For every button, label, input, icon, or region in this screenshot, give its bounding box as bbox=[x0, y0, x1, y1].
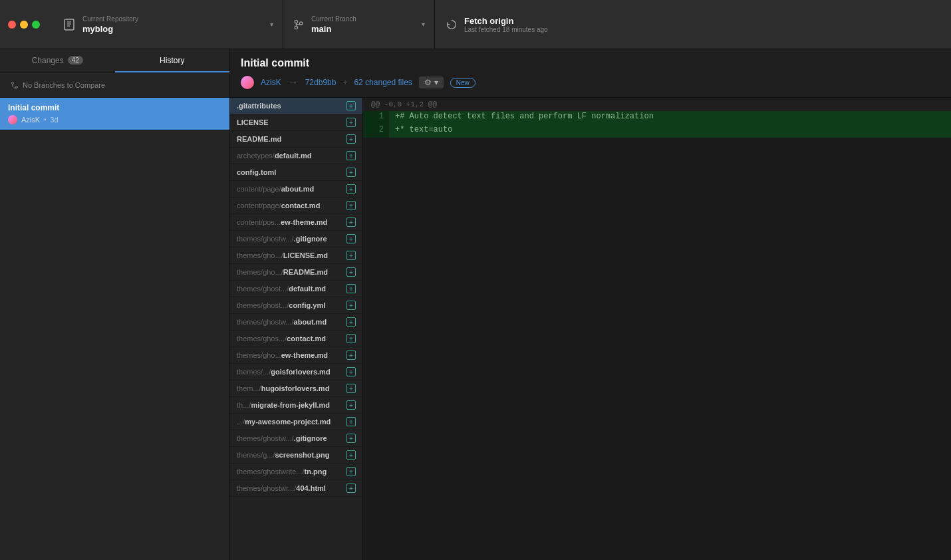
file-list-item[interactable]: themes/ghostw.../.gitignore+ bbox=[230, 430, 362, 447]
file-name: them.../hugoisforlovers.md bbox=[237, 384, 344, 392]
tab-changes-label: Changes bbox=[32, 56, 64, 65]
file-name: LICENSE bbox=[237, 118, 344, 126]
file-added-icon: + bbox=[346, 434, 356, 443]
settings-button[interactable]: ⚙ ▾ bbox=[419, 76, 444, 88]
file-name: content/page/about.md bbox=[237, 185, 344, 193]
fetch-icon bbox=[446, 19, 458, 31]
fetch-origin-section[interactable]: Fetch origin Last fetched 18 minutes ago bbox=[435, 0, 559, 49]
file-added-icon: + bbox=[346, 151, 356, 160]
branch-name: main bbox=[311, 24, 415, 34]
branch-compare-label: No Branches to Compare bbox=[23, 81, 105, 89]
commit-header-title: Initial commit bbox=[241, 57, 940, 69]
tab-bar: Changes 42 History bbox=[0, 49, 229, 73]
file-list-item[interactable]: them.../hugoisforlovers.md+ bbox=[230, 380, 362, 397]
diff-line-content: +# Auto detect text files and perform LF… bbox=[390, 111, 951, 124]
file-added-icon: + bbox=[346, 234, 356, 243]
fetch-info: Fetch origin Last fetched 18 minutes ago bbox=[464, 16, 548, 33]
file-list-item[interactable]: themes/ghostw.../.gitignore+ bbox=[230, 231, 362, 247]
file-name: content/page/contact.md bbox=[237, 202, 344, 210]
changed-files-count: 62 changed files bbox=[354, 78, 412, 87]
file-added-icon: + bbox=[346, 400, 356, 410]
file-name: themes/gho.../LICENSE.md bbox=[237, 251, 344, 259]
file-list-item[interactable]: LICENSE+ bbox=[230, 114, 362, 131]
current-repository-section[interactable]: Current Repository myblog ▾ bbox=[53, 0, 283, 49]
traffic-lights bbox=[0, 21, 48, 29]
file-added-icon: + bbox=[346, 168, 356, 177]
svg-point-5 bbox=[295, 26, 298, 29]
settings-dropdown-arrow: ▾ bbox=[434, 78, 438, 87]
file-list-item[interactable]: themes/ghos.../contact.md+ bbox=[230, 331, 362, 347]
file-name: .gitattributes bbox=[237, 102, 344, 110]
file-list-item[interactable]: content/pos...ew-theme.md+ bbox=[230, 214, 362, 231]
commit-title: Initial commit bbox=[8, 103, 221, 112]
file-added-icon: + bbox=[346, 201, 356, 210]
diff-line-number: 1 bbox=[363, 111, 390, 124]
close-button[interactable] bbox=[8, 21, 16, 29]
tab-history[interactable]: History bbox=[115, 49, 230, 72]
branch-compare-button[interactable]: No Branches to Compare bbox=[5, 78, 224, 92]
plus-icon: + bbox=[342, 78, 347, 87]
file-list-item[interactable]: themes/ghost.../config.yml+ bbox=[230, 297, 362, 314]
tab-changes[interactable]: Changes 42 bbox=[0, 49, 115, 72]
diff-content: @@ -0,0 +1,2 @@ 1+# Auto detect text fil… bbox=[363, 98, 951, 560]
file-list-item[interactable]: themes/ghostwrite.../tn.png+ bbox=[230, 464, 362, 480]
branch-compare-section: No Branches to Compare bbox=[0, 73, 229, 98]
diff-line: 2+* text=auto bbox=[363, 124, 951, 138]
file-name: archetypes/default.md bbox=[237, 152, 344, 160]
file-list-item[interactable]: content/page/about.md+ bbox=[230, 181, 362, 198]
branch-label: Current Branch bbox=[311, 15, 415, 23]
file-list-item[interactable]: .gitattributes+ bbox=[230, 98, 362, 114]
branch-compare-icon bbox=[11, 81, 19, 89]
file-list-item[interactable]: .../my-awesome-project.md+ bbox=[230, 414, 362, 430]
gear-icon: ⚙ bbox=[424, 78, 432, 87]
branch-dropdown-arrow: ▾ bbox=[422, 21, 425, 28]
file-list-item[interactable]: th.../migrate-from-jekyll.md+ bbox=[230, 397, 362, 414]
file-name: themes/gho.../README.md bbox=[237, 268, 344, 276]
file-name: themes/.../goisforlovers.md bbox=[237, 368, 344, 376]
diff-hunk-header: @@ -0,0 +1,2 @@ bbox=[363, 98, 951, 111]
main-content: Changes 42 History No Branches to Compar… bbox=[0, 49, 951, 560]
commit-list: Initial commit AzisK • 3d bbox=[0, 98, 229, 560]
file-list-item[interactable]: themes/ghostw.../about.md+ bbox=[230, 314, 362, 331]
file-list-item[interactable]: themes/g.../screenshot.png+ bbox=[230, 447, 362, 464]
right-panel: Initial commit AzisK → 72db9bb + 62 chan… bbox=[230, 49, 951, 560]
hunk-header-text: @@ -0,0 +1,2 @@ bbox=[371, 100, 437, 108]
file-added-icon: + bbox=[346, 317, 356, 327]
new-badge: New bbox=[450, 78, 476, 88]
file-added-icon: + bbox=[346, 450, 356, 460]
repo-label: Current Repository bbox=[82, 15, 263, 23]
file-name: themes/ghostw.../about.md bbox=[237, 318, 344, 326]
file-added-icon: + bbox=[346, 301, 356, 310]
current-branch-section[interactable]: Current Branch main ▾ bbox=[283, 0, 435, 49]
file-name: README.md bbox=[237, 135, 344, 143]
file-list-item[interactable]: config.toml+ bbox=[230, 164, 362, 181]
file-name: themes/ghost.../default.md bbox=[237, 285, 344, 293]
file-name: themes/ghostwrite.../tn.png bbox=[237, 468, 344, 476]
commit-header: Initial commit AzisK → 72db9bb + 62 chan… bbox=[230, 49, 951, 98]
file-list-item[interactable]: themes/gho.../LICENSE.md+ bbox=[230, 247, 362, 264]
commit-author: AzisK bbox=[21, 116, 40, 124]
file-list-item[interactable]: themes/ghost.../default.md+ bbox=[230, 281, 362, 297]
file-name: themes/ghostw.../.gitignore bbox=[237, 434, 344, 442]
file-list-item[interactable]: themes/gho.../README.md+ bbox=[230, 264, 362, 281]
file-list-item[interactable]: content/page/contact.md+ bbox=[230, 198, 362, 214]
commit-item[interactable]: Initial commit AzisK • 3d bbox=[0, 98, 229, 130]
file-list-item[interactable]: archetypes/default.md+ bbox=[230, 148, 362, 164]
maximize-button[interactable] bbox=[32, 21, 40, 29]
svg-point-8 bbox=[12, 82, 14, 84]
file-list-item[interactable]: themes/ghostwr.../404.html+ bbox=[230, 480, 362, 497]
file-list-item[interactable]: README.md+ bbox=[230, 131, 362, 148]
file-list: .gitattributes+LICENSE+README.md+archety… bbox=[230, 98, 363, 560]
tab-history-label: History bbox=[160, 56, 184, 65]
file-added-icon: + bbox=[346, 417, 356, 426]
file-name: themes/ghostw.../.gitignore bbox=[237, 235, 344, 243]
file-name: config.toml bbox=[237, 168, 344, 176]
author-avatar bbox=[241, 76, 254, 89]
diff-container: .gitattributes+LICENSE+README.md+archety… bbox=[230, 98, 951, 560]
file-added-icon: + bbox=[346, 118, 356, 127]
file-list-item[interactable]: themes/gho...ew-theme.md+ bbox=[230, 347, 362, 364]
file-name: themes/ghostwr.../404.html bbox=[237, 484, 344, 492]
file-list-item[interactable]: themes/.../goisforlovers.md+ bbox=[230, 364, 362, 380]
branch-icon bbox=[293, 19, 305, 31]
minimize-button[interactable] bbox=[20, 21, 28, 29]
